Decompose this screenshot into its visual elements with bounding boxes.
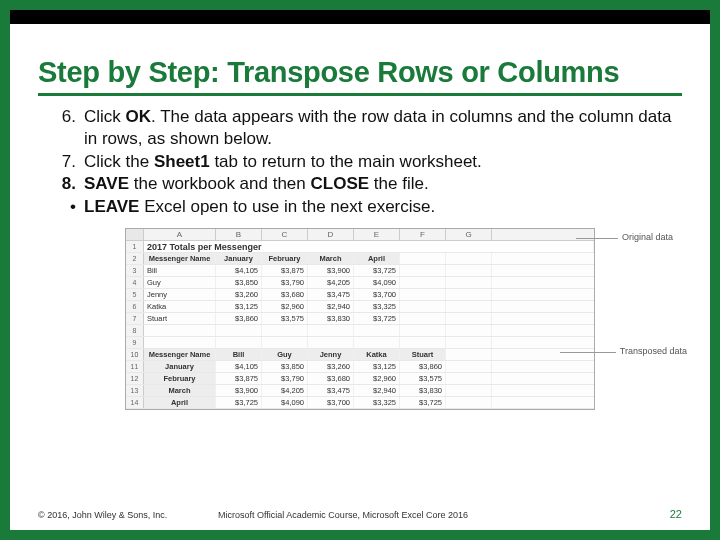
cell: April — [144, 397, 216, 408]
cell: $3,475 — [308, 385, 354, 396]
cell: Guy — [262, 349, 308, 360]
cell — [446, 337, 492, 348]
cell: $3,125 — [216, 301, 262, 312]
cell: Jenny — [144, 289, 216, 300]
table-row: 6Katka$3,125$2,960$2,940$3,325 — [126, 301, 594, 313]
cell: $3,850 — [262, 361, 308, 372]
table-row: 11January$4,105$3,850$3,260$3,125$3,860 — [126, 361, 594, 373]
cell — [308, 337, 354, 348]
cell: $3,900 — [216, 385, 262, 396]
cell: $4,090 — [354, 277, 400, 288]
table-row: 7Stuart$3,860$3,575$3,830$3,725 — [126, 313, 594, 325]
cell — [446, 349, 492, 360]
cell — [446, 361, 492, 372]
cell: $2,960 — [262, 301, 308, 312]
callout-original-text: Original data — [622, 232, 673, 242]
cell — [446, 373, 492, 384]
column-headers: ABCDEFG — [126, 229, 594, 241]
cell — [446, 313, 492, 324]
cell: March — [308, 253, 354, 264]
cell — [400, 301, 446, 312]
cell — [446, 277, 492, 288]
cell: $4,205 — [262, 385, 308, 396]
cell — [216, 337, 262, 348]
cell — [446, 385, 492, 396]
step-text: Click OK. The data appears with the row … — [84, 107, 671, 148]
cell — [400, 277, 446, 288]
step-number: • — [48, 196, 76, 218]
cell: $3,680 — [308, 373, 354, 384]
cell: April — [354, 253, 400, 264]
cell: $3,260 — [308, 361, 354, 372]
cell: Stuart — [400, 349, 446, 360]
cell: $3,700 — [308, 397, 354, 408]
callout-transposed-text: Transposed data — [620, 346, 687, 356]
cell: $3,860 — [216, 313, 262, 324]
cell — [144, 325, 216, 336]
cell: $2,940 — [308, 301, 354, 312]
cell: $2,960 — [354, 373, 400, 384]
step-item: 6.Click OK. The data appears with the ro… — [48, 106, 682, 150]
footer: © 2016, John Wiley & Sons, Inc. Microsof… — [38, 508, 682, 520]
cell: $3,830 — [400, 385, 446, 396]
step-number: 8. — [48, 173, 76, 195]
cell: $3,725 — [354, 265, 400, 276]
cell: $3,725 — [216, 397, 262, 408]
cell: $3,325 — [354, 301, 400, 312]
cell: $4,090 — [262, 397, 308, 408]
cell: $3,700 — [354, 289, 400, 300]
cell — [400, 337, 446, 348]
cell — [446, 325, 492, 336]
cell — [216, 325, 262, 336]
title-rule — [38, 93, 682, 96]
cell — [354, 325, 400, 336]
cell: $3,725 — [354, 313, 400, 324]
cell: Katka — [144, 301, 216, 312]
cell: 2017 Totals per Messenger — [144, 241, 594, 252]
table-row: 9 — [126, 337, 594, 349]
step-text: LEAVE Excel open to use in the next exer… — [84, 197, 435, 216]
cell: $3,850 — [216, 277, 262, 288]
cell: $3,830 — [308, 313, 354, 324]
cell: $3,900 — [308, 265, 354, 276]
table-row: 10Messenger NameBillGuyJennyKatkaStuart — [126, 349, 594, 361]
cell — [262, 337, 308, 348]
cell: Jenny — [308, 349, 354, 360]
table-row: 12February$3,875$3,790$3,680$2,960$3,575 — [126, 373, 594, 385]
cell: Stuart — [144, 313, 216, 324]
cell — [400, 325, 446, 336]
cell — [400, 253, 446, 264]
cell — [446, 289, 492, 300]
cell: January — [216, 253, 262, 264]
cell: February — [144, 373, 216, 384]
table-row: 2Messenger NameJanuaryFebruaryMarchApril — [126, 253, 594, 265]
cell: $3,790 — [262, 277, 308, 288]
cell: $3,725 — [400, 397, 446, 408]
cell — [446, 253, 492, 264]
cell: $3,325 — [354, 397, 400, 408]
step-text: Click the Sheet1 tab to return to the ma… — [84, 152, 482, 171]
table-row: 8 — [126, 325, 594, 337]
cell: $3,875 — [216, 373, 262, 384]
table-row: 5Jenny$3,260$3,680$3,475$3,700 — [126, 289, 594, 301]
cell: Bill — [144, 265, 216, 276]
cell — [400, 313, 446, 324]
step-list: 6.Click OK. The data appears with the ro… — [48, 106, 682, 218]
cell — [446, 265, 492, 276]
cell: $3,125 — [354, 361, 400, 372]
table-row: 3Bill$4,105$3,875$3,900$3,725 — [126, 265, 594, 277]
cell: $4,105 — [216, 361, 262, 372]
step-text: SAVE the workbook and then CLOSE the fil… — [84, 174, 429, 193]
callout-transposed: Transposed data — [620, 346, 687, 356]
cell — [308, 325, 354, 336]
cell: Guy — [144, 277, 216, 288]
cell — [354, 337, 400, 348]
table-row: 13March$3,900$4,205$3,475$2,940$3,830 — [126, 385, 594, 397]
callout-original: Original data — [622, 232, 673, 242]
step-number: 7. — [48, 151, 76, 173]
cell: Messenger Name — [144, 253, 216, 264]
cell: $3,680 — [262, 289, 308, 300]
cell: January — [144, 361, 216, 372]
step-item: •LEAVE Excel open to use in the next exe… — [48, 196, 682, 218]
cell: Messenger Name — [144, 349, 216, 360]
